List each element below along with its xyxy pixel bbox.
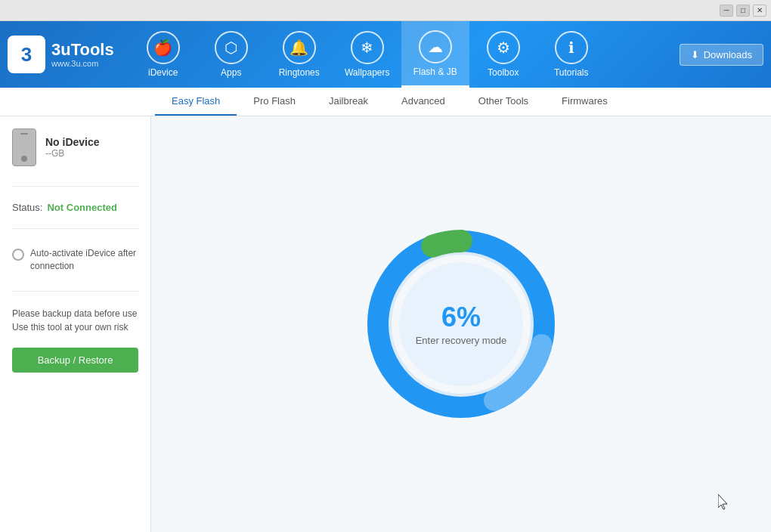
warning-text: Please backup data before use Use this t… bbox=[12, 307, 138, 334]
divider-3 bbox=[12, 291, 138, 292]
sidebar: No iDevice --GB Status: Not Connected Au… bbox=[0, 116, 151, 532]
auto-activate-label: Auto-activate iDevice after connection bbox=[30, 247, 138, 273]
logo-name: 3uTools bbox=[51, 41, 114, 59]
donut-chart: 6% Enter recovery mode bbox=[363, 226, 559, 422]
downloads-button[interactable]: ⬇ Downloads bbox=[680, 44, 763, 66]
divider-1 bbox=[12, 186, 138, 187]
status-row: Status: Not Connected bbox=[12, 202, 138, 213]
sub-tab-jailbreak[interactable]: Jailbreak bbox=[312, 88, 385, 116]
main-layout: No iDevice --GB Status: Not Connected Au… bbox=[0, 116, 771, 532]
nav-label-idevice: iDevice bbox=[148, 67, 178, 78]
cursor-icon bbox=[718, 494, 733, 509]
sub-tab-other-tools[interactable]: Other Tools bbox=[462, 88, 545, 116]
backup-restore-button[interactable]: Backup / Restore bbox=[12, 348, 138, 373]
nav-label-wallpapers: Wallpapers bbox=[345, 67, 390, 78]
nav-icon-wallpapers: ❄ bbox=[351, 31, 384, 64]
device-icon bbox=[12, 128, 36, 166]
nav-icons: 🍎 iDevice ⬡ Apps 🔔 Ringtones ❄ Wallpaper… bbox=[129, 21, 680, 88]
sub-tab-advanced[interactable]: Advanced bbox=[385, 88, 462, 116]
minimize-button[interactable]: ─ bbox=[720, 5, 733, 17]
logo-area: 3 3uTools www.3u.com bbox=[8, 36, 114, 73]
nav-label-flash-jb: Flash & JB bbox=[413, 66, 457, 77]
close-button[interactable]: ✕ bbox=[753, 5, 766, 17]
logo-icon: 3 bbox=[8, 36, 45, 73]
logo-text: 3uTools www.3u.com bbox=[51, 41, 114, 68]
device-gb: --GB bbox=[45, 148, 100, 159]
nav-label-apps: Apps bbox=[221, 67, 241, 78]
downloads-icon: ⬇ bbox=[691, 49, 699, 60]
nav-item-apps[interactable]: ⬡ Apps bbox=[197, 21, 265, 88]
maximize-button[interactable]: □ bbox=[736, 5, 750, 17]
nav-item-ringtones[interactable]: 🔔 Ringtones bbox=[265, 21, 333, 88]
nav-item-toolbox[interactable]: ⚙ Toolbox bbox=[469, 21, 537, 88]
logo-url: www.3u.com bbox=[51, 59, 114, 68]
content-area: 6% Enter recovery mode bbox=[151, 116, 771, 532]
status-value: Not Connected bbox=[47, 202, 116, 213]
auto-activate-row[interactable]: Auto-activate iDevice after connection bbox=[12, 247, 138, 273]
nav-icon-ringtones: 🔔 bbox=[283, 31, 316, 64]
nav-icon-idevice: 🍎 bbox=[147, 31, 180, 64]
warning-line1: Please backup data before use bbox=[12, 307, 138, 320]
sub-tab-easy-flash[interactable]: Easy Flash bbox=[155, 88, 237, 116]
nav-label-tutorials: Tutorials bbox=[554, 67, 589, 78]
nav-item-tutorials[interactable]: ℹ Tutorials bbox=[537, 21, 605, 88]
status-label: Status: bbox=[12, 202, 42, 213]
donut-label: Enter recovery mode bbox=[416, 335, 507, 346]
nav-label-ringtones: Ringtones bbox=[279, 67, 320, 78]
donut-center: 6% Enter recovery mode bbox=[416, 302, 507, 347]
sub-tab-firmwares[interactable]: Firmwares bbox=[545, 88, 624, 116]
nav-icon-toolbox: ⚙ bbox=[487, 31, 520, 64]
nav-item-idevice[interactable]: 🍎 iDevice bbox=[129, 21, 197, 88]
warning-line2: Use this tool at your own risk bbox=[12, 320, 138, 334]
divider-2 bbox=[12, 228, 138, 229]
nav-item-wallpapers[interactable]: ❄ Wallpapers bbox=[333, 21, 401, 88]
device-info: No iDevice --GB bbox=[45, 136, 100, 159]
device-area: No iDevice --GB bbox=[12, 128, 138, 166]
nav-item-flash-jb[interactable]: ☁ Flash & JB bbox=[401, 21, 469, 88]
nav-bar: 3 3uTools www.3u.com 🍎 iDevice ⬡ Apps 🔔 … bbox=[0, 21, 771, 88]
sub-tabs: Easy FlashPro FlashJailbreakAdvancedOthe… bbox=[0, 88, 771, 116]
title-bar: ─ □ ✕ bbox=[0, 0, 771, 21]
nav-icon-apps: ⬡ bbox=[215, 31, 248, 64]
nav-label-toolbox: Toolbox bbox=[488, 67, 519, 78]
downloads-label: Downloads bbox=[704, 49, 752, 60]
sub-tab-pro-flash[interactable]: Pro Flash bbox=[237, 88, 312, 116]
device-name: No iDevice bbox=[45, 136, 100, 148]
auto-activate-radio[interactable] bbox=[12, 249, 24, 261]
donut-percent: 6% bbox=[416, 302, 507, 332]
nav-icon-tutorials: ℹ bbox=[555, 31, 588, 64]
nav-icon-flash-jb: ☁ bbox=[419, 30, 452, 63]
